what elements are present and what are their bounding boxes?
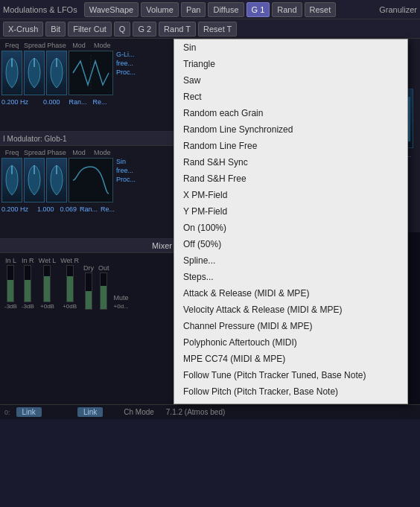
mod-label-1: Mod: [69, 42, 89, 49]
dropdown-item-y-pm[interactable]: Y PM-Field: [174, 203, 407, 220]
reset1-btn[interactable]: Reset: [305, 2, 337, 17]
wetl-val: +0dB: [40, 303, 54, 310]
dropdown-item-off-50[interactable]: Off (50%): [174, 236, 407, 252]
mode-value-2: Sin: [116, 158, 136, 165]
rand1-btn[interactable]: Rand: [272, 2, 302, 17]
re-label-2: Re...: [101, 205, 115, 213]
dropdown-item-x-pm[interactable]: X PM-Field: [174, 187, 407, 203]
inl-val: -3dB: [4, 303, 17, 310]
spread-label-1: Spread: [24, 42, 45, 49]
waveform-display-2: [69, 158, 113, 203]
freq-label-2: Freq: [1, 149, 22, 156]
dropdown-item-on-100[interactable]: On (100%): [174, 220, 407, 236]
mute-label: Mute: [114, 294, 129, 302]
spread-val-1: 0.000: [43, 98, 60, 106]
link1-btn[interactable]: Link: [16, 407, 42, 417]
phase-val-2: 0.069: [60, 205, 77, 213]
freq-knob-1[interactable]: [1, 51, 22, 95]
dropdown-item-steps[interactable]: Steps...: [174, 269, 407, 285]
mixer-channel-inl[interactable]: In L -3dB: [4, 257, 17, 310]
mixer-section: Mixer In L -3dB In R -3dB: [0, 239, 178, 404]
mixer-channel-wetl[interactable]: Wet L +0dB: [39, 257, 56, 310]
mixer-channel-out[interactable]: Out: [98, 264, 109, 310]
mixer-header-label: Mixer: [152, 241, 172, 250]
pan-btn[interactable]: Pan: [181, 2, 206, 17]
bit-btn[interactable]: Bit: [45, 22, 66, 36]
xcrush-btn[interactable]: X-Crush: [3, 22, 43, 36]
freq-val-1: 0.200 Hz: [1, 98, 28, 106]
dropdown-item-triangle[interactable]: Triangle: [174, 56, 407, 72]
dropdown-item-sin[interactable]: Sin: [174, 39, 407, 56]
mode-label-1: Mode: [94, 42, 111, 49]
wetr-label: Wet R: [60, 257, 79, 264]
dropdown-item-polyphonic-at[interactable]: Polyphonic Aftertouch (MIDI): [174, 334, 407, 351]
phase-knob-1[interactable]: [46, 51, 67, 95]
inr-label: In R: [22, 257, 34, 264]
free-label-2: free...: [116, 167, 136, 174]
phase-knob-2[interactable]: [46, 158, 67, 203]
dropdown-item-spline[interactable]: Spline...: [174, 252, 407, 269]
randt-btn[interactable]: Rand T: [159, 22, 196, 36]
status-bar: 0: Link Link Ch Mode 7.1.2 (Atmos bed): [0, 404, 420, 419]
dropdown-item-mpe-cc74[interactable]: MPE CC74 (MIDI & MPE): [174, 351, 407, 367]
dropdown-item-rand-sh-sync[interactable]: Rand S&H Sync: [174, 154, 407, 170]
mode-value-1: G-Li...: [116, 51, 136, 58]
proc-label-2: Proc...: [116, 176, 136, 183]
dropdown-item-rand-sh-free[interactable]: Rand S&H Free: [174, 170, 407, 187]
g1-btn[interactable]: G 1: [246, 2, 270, 17]
out-label: Out: [98, 264, 109, 272]
mod-lfos-label: Modulations & LFOs: [3, 5, 77, 14]
dropdown-item-random-line-free[interactable]: Random Line Free: [174, 138, 407, 154]
dropdown-item-input-env[interactable]: Input Envelope Follower: [174, 400, 407, 404]
mod-section-1: Freq Spread Phase Mod Mode: [0, 39, 178, 132]
version-label: 7.1.2 (Atmos bed): [166, 408, 225, 416]
inr-val: -3dB: [22, 303, 34, 310]
dropdown-item-velocity-ar[interactable]: Velocity Attack & Release (MIDI & MPE): [174, 302, 407, 318]
phase-label-1: Phase: [46, 42, 67, 49]
freq-val-2: 0.200 Hz: [1, 205, 28, 213]
mixer-channel-inr[interactable]: In R -3dB: [22, 257, 34, 310]
free-label-1: free...: [116, 60, 136, 67]
wetr-val: +0dB: [63, 303, 77, 310]
diffuse-btn[interactable]: Diffuse: [208, 2, 244, 17]
mod-section-2: Freq Spread Phase Mod Mode: [0, 146, 178, 239]
rand-label-1: Ran...: [69, 98, 87, 106]
waveshape-btn[interactable]: WaveShape: [84, 2, 139, 17]
dropdown-item-random-line-sync[interactable]: Random Line Synchronized: [174, 121, 407, 138]
dropdown-menu[interactable]: Sin Triangle Saw Rect Random each Grain …: [174, 39, 408, 404]
volume-btn[interactable]: Volume: [141, 2, 179, 17]
spread-knob-2[interactable]: [24, 158, 45, 203]
mode-label-2: Mode: [94, 149, 111, 156]
g2-btn[interactable]: G 2: [133, 22, 156, 36]
inl-label: In L: [5, 257, 16, 264]
mixer-channel-wetr[interactable]: Wet R +0dB: [60, 257, 79, 310]
dropdown-item-channel-pressure[interactable]: Channel Pressure (MIDI & MPE): [174, 318, 407, 334]
phase-label-2: Phase: [46, 149, 67, 156]
dropdown-item-saw[interactable]: Saw: [174, 72, 407, 89]
dropdown-item-rect[interactable]: Rect: [174, 89, 407, 105]
rand-label-2: Ran...: [80, 205, 98, 213]
mixer-channel-dry[interactable]: Dry: [83, 264, 94, 310]
link2-btn[interactable]: Link: [77, 407, 103, 417]
mod-label-2: Mod: [69, 149, 89, 156]
spread-val-2: 1.000: [37, 205, 54, 213]
dropdown-item-follow-tune[interactable]: Follow Tune (Pitch Tracker Tuned, Base N…: [174, 367, 407, 383]
wetl-label: Wet L: [39, 257, 56, 264]
status-left: 0:: [4, 409, 10, 416]
modulator-label: I Modulator: Glob-1: [0, 132, 178, 146]
granulizer-label: Granulizer: [379, 5, 417, 14]
dropdown-item-follow-pitch[interactable]: Follow Pitch (Pitch Tracker, Base Note): [174, 383, 407, 400]
q-btn[interactable]: Q: [114, 22, 131, 36]
freq-knob-2[interactable]: [1, 158, 22, 203]
re-label-1: Re...: [93, 98, 107, 106]
waveform-display-1: [69, 51, 113, 95]
freq-label-1: Freq: [1, 42, 22, 49]
proc-label-1: Proc...: [116, 68, 136, 76]
out-db-label: +0d...: [114, 303, 129, 310]
dry-label: Dry: [83, 264, 94, 272]
resett-btn[interactable]: Reset T: [198, 22, 237, 36]
spread-knob-1[interactable]: [24, 51, 45, 95]
dropdown-item-random-each-grain[interactable]: Random each Grain: [174, 105, 407, 121]
filtercut-btn[interactable]: Filter Cut: [68, 22, 112, 36]
dropdown-item-attack-release[interactable]: Attack & Release (MIDI & MPE): [174, 285, 407, 302]
